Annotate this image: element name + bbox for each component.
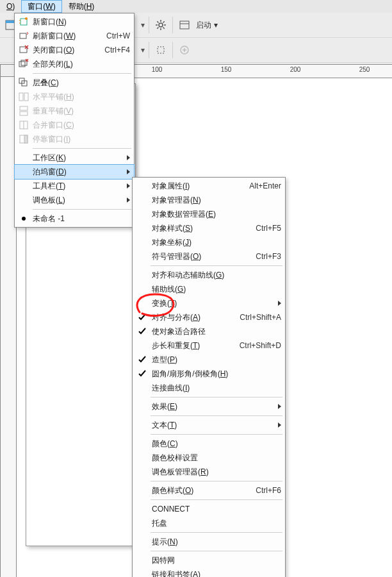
menu-bar: O) 窗口(W) 帮助(H) bbox=[0, 0, 392, 13]
menu-shortcut: Alt+Enter bbox=[241, 181, 281, 190]
svg-line-10 bbox=[157, 28, 158, 29]
toolbar-separator bbox=[149, 42, 149, 58]
menu-label: 垂直平铺(V) bbox=[33, 106, 130, 117]
refresh-icon bbox=[17, 30, 30, 42]
menu-separator bbox=[151, 397, 282, 397]
submenu-item-internet[interactable]: 因特网 bbox=[133, 553, 285, 567]
submenu-arrow-icon bbox=[127, 183, 130, 188]
toolbar-separator bbox=[149, 17, 149, 33]
menu-item-help[interactable]: 帮助(H) bbox=[62, 0, 101, 13]
menu-item-tile-v: 垂直平铺(V) bbox=[15, 104, 134, 118]
menu-label: 对象管理器(N) bbox=[152, 195, 281, 206]
crop-icon bbox=[156, 45, 166, 55]
menu-item-close-window[interactable]: 关闭窗口(O) Ctrl+F4 bbox=[15, 43, 134, 57]
ruler-tick-label: 200 bbox=[290, 66, 301, 73]
check-icon bbox=[135, 368, 149, 380]
submenu-item-text[interactable]: 文本(T) bbox=[133, 418, 285, 432]
menu-label: 提示(N) bbox=[152, 537, 281, 548]
submenu-item-object-coords[interactable]: 对象坐标(J) bbox=[133, 235, 285, 249]
submenu-item-color-styles[interactable]: 颜色样式(O) Ctrl+F6 bbox=[133, 483, 285, 498]
menu-separator bbox=[151, 532, 282, 533]
submenu-item-links-bookmarks[interactable]: 链接和书签(A) bbox=[133, 567, 285, 577]
menu-item-cascade[interactable]: 层叠(C) bbox=[15, 76, 134, 90]
add-button[interactable] bbox=[177, 42, 192, 58]
svg-line-9 bbox=[163, 21, 165, 22]
new-window-icon bbox=[17, 16, 30, 28]
menu-label: 颜色(C) bbox=[152, 439, 281, 449]
menu-label: 水平平铺(H) bbox=[33, 92, 130, 103]
launch-button[interactable] bbox=[177, 17, 192, 33]
menu-item-palettes[interactable]: 调色板(L) bbox=[15, 193, 134, 207]
menu-item-truncated[interactable]: O) bbox=[0, 0, 21, 13]
menu-shortcut: Ctrl+Shift+D bbox=[232, 341, 281, 350]
menu-label-part: 窗口( bbox=[28, 2, 45, 11]
menu-item-new-window[interactable]: 新窗口(N) bbox=[15, 15, 134, 29]
dropdown-arrow-icon[interactable]: ▾ bbox=[141, 46, 145, 54]
menu-separator bbox=[151, 434, 282, 435]
submenu-item-color[interactable]: 颜色(C) bbox=[133, 437, 285, 451]
menu-label: 全部关闭(L) bbox=[33, 59, 122, 70]
menu-label: 停靠窗口(I) bbox=[33, 134, 130, 145]
submenu-item-align-guides[interactable]: 对齐和动态辅助线(G) bbox=[133, 268, 285, 282]
submenu-arrow-icon bbox=[278, 301, 281, 306]
menu-label: 步长和重复(T) bbox=[152, 340, 232, 351]
submenu-item-object-data[interactable]: 对象数据管理器(E) bbox=[133, 207, 285, 221]
launch-dropdown[interactable]: 启动 ▾ bbox=[196, 20, 218, 31]
menu-label: 工具栏(T) bbox=[33, 181, 123, 192]
submenu-item-object-styles[interactable]: 对象样式(S) Ctrl+F5 bbox=[133, 221, 285, 235]
menu-item-workspace[interactable]: 工作区(K) bbox=[15, 151, 134, 165]
menu-item-refresh-window[interactable]: 刷新窗口(W) Ctrl+W bbox=[15, 29, 134, 43]
close-window-icon bbox=[17, 44, 30, 56]
menu-label: 链接和书签(A) bbox=[152, 569, 281, 578]
submenu-item-guidelines[interactable]: 辅助线(G) bbox=[133, 282, 285, 296]
svg-rect-13 bbox=[158, 47, 164, 53]
submenu-item-join-curves[interactable]: 连接曲线(I) bbox=[133, 381, 285, 395]
menu-item-dockers[interactable]: 泊坞窗(D) bbox=[15, 165, 134, 179]
submenu-item-fillet[interactable]: 圆角/扇形角/倒棱角(H) bbox=[133, 367, 285, 381]
menu-item-document[interactable]: 未命名 -1 bbox=[15, 212, 134, 226]
menu-shortcut: Ctrl+F3 bbox=[248, 252, 281, 261]
menu-item-window[interactable]: 窗口(W) bbox=[21, 0, 61, 13]
menu-separator bbox=[33, 148, 131, 149]
menu-label: 文本(T) bbox=[152, 420, 274, 431]
menu-item-combine: 合并窗口(C) bbox=[15, 118, 134, 132]
close-all-icon bbox=[17, 58, 30, 70]
menu-accel: W bbox=[45, 2, 53, 11]
dropdown-arrow-icon[interactable]: ▾ bbox=[141, 21, 145, 29]
menu-shortcut: Ctrl+F5 bbox=[248, 224, 281, 233]
submenu-item-fit-path[interactable]: 使对象适合路径 bbox=[133, 324, 285, 339]
menu-separator bbox=[33, 73, 131, 74]
menu-label: 因特网 bbox=[152, 555, 281, 566]
submenu-item-shaping[interactable]: 造型(P) bbox=[133, 353, 285, 367]
menu-label: 新窗口(N) bbox=[33, 17, 122, 28]
toolbar-separator bbox=[172, 17, 173, 33]
ruler-corner[interactable] bbox=[0, 64, 15, 77]
menu-label: 关闭窗口(O) bbox=[33, 45, 97, 56]
submenu-arrow-icon bbox=[127, 155, 130, 160]
submenu-item-palette-manager[interactable]: 调色板管理器(R) bbox=[133, 465, 285, 479]
menu-item-toolbars[interactable]: 工具栏(T) bbox=[15, 179, 134, 193]
settings-button[interactable] bbox=[153, 17, 168, 33]
submenu-item-connect[interactable]: CONNECT bbox=[133, 502, 285, 516]
submenu-item-effects[interactable]: 效果(E) bbox=[133, 399, 285, 414]
submenu-item-align-distribute[interactable]: 对齐与分布(A) Ctrl+Shift+A bbox=[133, 310, 285, 324]
submenu-item-step-repeat[interactable]: 步长和重复(T) Ctrl+Shift+D bbox=[133, 339, 285, 353]
submenu-item-object-props[interactable]: 对象属性(I) Alt+Enter bbox=[133, 179, 285, 193]
menu-separator bbox=[151, 499, 282, 500]
submenu-arrow-icon bbox=[127, 169, 130, 174]
submenu-item-color-proof[interactable]: 颜色校样设置 bbox=[133, 451, 285, 465]
menu-separator bbox=[151, 481, 282, 481]
submenu-item-symbol-manager[interactable]: 符号管理器(O) Ctrl+F3 bbox=[133, 249, 285, 263]
menu-label: 对象样式(S) bbox=[152, 223, 248, 234]
crop-button[interactable] bbox=[153, 42, 168, 58]
menu-label: CONNECT bbox=[152, 505, 281, 514]
submenu-item-transform[interactable]: 变换(T) bbox=[133, 296, 285, 310]
submenu-item-object-manager[interactable]: 对象管理器(N) bbox=[133, 193, 285, 207]
menu-item-close-all[interactable]: 全部关闭(L) bbox=[15, 57, 134, 71]
cascade-icon bbox=[17, 77, 30, 88]
submenu-item-tray[interactable]: 托盘 bbox=[133, 516, 285, 530]
menu-label: 调色板(L) bbox=[33, 195, 123, 206]
menu-label: 颜色样式(O) bbox=[152, 485, 248, 496]
submenu-item-hints[interactable]: 提示(N) bbox=[133, 535, 285, 549]
svg-point-18 bbox=[25, 17, 28, 20]
